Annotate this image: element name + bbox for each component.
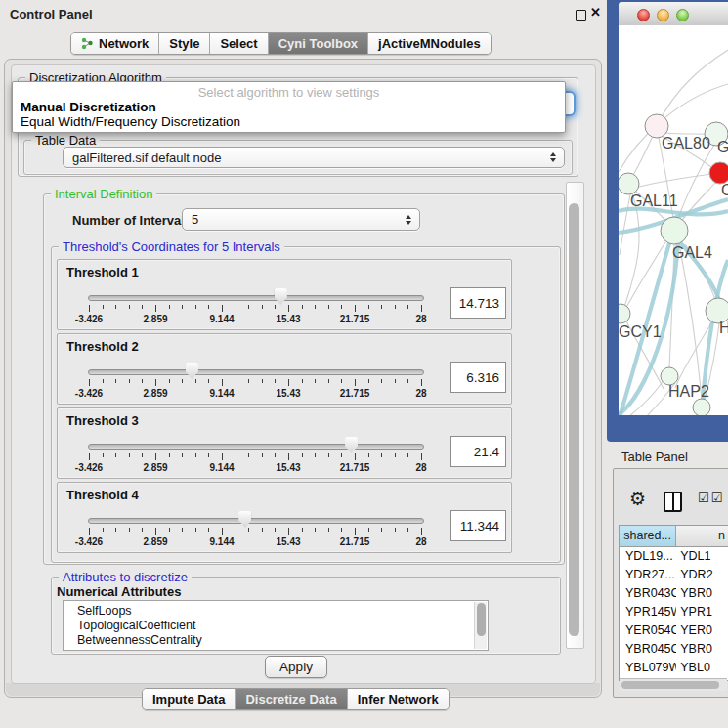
slider-tick	[421, 528, 422, 535]
threshold-value-field[interactable]: 11.344	[450, 510, 506, 541]
slider-track[interactable]	[88, 518, 424, 524]
slider-tick	[368, 528, 369, 532]
table-cell[interactable]: YPR1	[676, 603, 728, 621]
node-table[interactable]: shared... n YDL19...YDL1YDR27...YDR2YBR0…	[619, 525, 728, 681]
group-legend: Table Data	[31, 133, 100, 148]
slider-tick	[169, 379, 170, 383]
number-of-intervals-combobox[interactable]: 5	[182, 208, 420, 231]
network-node-label: C	[721, 182, 728, 198]
slider-tick	[302, 453, 303, 457]
number-of-intervals-label: Number of Intervals	[72, 213, 192, 228]
list-scrollbar-thumb[interactable]	[477, 603, 486, 636]
slider-tick	[89, 379, 90, 386]
slider-tick	[328, 453, 329, 457]
slider-tick-label: -3.426	[75, 462, 103, 473]
table-cell[interactable]: YER054C	[620, 621, 676, 640]
numerical-attributes-list[interactable]: SelfLoopsTopologicalCoefficientBetweenne…	[63, 600, 489, 651]
tab-discretize-data[interactable]: Discretize Data	[236, 689, 347, 709]
slider-tick	[368, 379, 369, 383]
threshold-value-field[interactable]: 6.316	[450, 362, 506, 393]
pane-scrollbar[interactable]	[566, 182, 584, 649]
close-traffic-light-icon[interactable]	[637, 9, 650, 21]
slider-tick	[407, 305, 408, 309]
slider-thumb[interactable]	[238, 511, 251, 528]
tab-style[interactable]: Style	[159, 33, 210, 54]
slider-tick	[115, 528, 116, 532]
table-cell[interactable]: YDR27...	[620, 566, 676, 584]
table-data-combobox[interactable]: galFiltered.sif default node	[63, 147, 565, 168]
slider-track[interactable]	[88, 444, 424, 450]
bottom-tab-bar: Impute Data Discretize Data Infer Networ…	[142, 688, 450, 710]
slider-tick-label: 28	[415, 462, 426, 473]
slider-tick	[195, 453, 196, 457]
table-row[interactable]: YBR045CYBR0	[620, 640, 728, 659]
table-row[interactable]: YBR043CYBR0	[620, 584, 728, 603]
list-scrollbar[interactable]	[474, 602, 487, 649]
dropdown-item-manual-discretization[interactable]: Manual Discretization	[21, 100, 156, 114]
thresholds-container: Threshold 1-3.4262.8599.14415.4321.71528…	[57, 259, 510, 557]
slider-tick	[275, 528, 276, 532]
tab-select[interactable]: Select	[210, 33, 268, 54]
network-node-label: GA	[717, 139, 728, 155]
zoom-traffic-light-icon[interactable]	[676, 9, 689, 21]
table-cell[interactable]: YBL0	[676, 659, 728, 677]
table-hscrollbar[interactable]	[620, 678, 727, 691]
slider-tick-label: 9.144	[209, 314, 234, 324]
column-header-name[interactable]: n	[676, 526, 728, 546]
attribute-list-item[interactable]: BetweennessCentrality	[64, 633, 488, 648]
tab-jactivemnodules[interactable]: jActiveMNodules	[368, 33, 491, 54]
threshold-group: Threshold 2-3.4262.8599.14415.4321.71528…	[57, 333, 512, 405]
slider-tick	[381, 305, 382, 309]
slider-tick	[421, 305, 422, 312]
slider-tick	[155, 379, 156, 386]
table-row[interactable]: YDL19...YDL1	[620, 547, 728, 566]
close-icon[interactable]: ✕	[590, 5, 601, 20]
minimize-traffic-light-icon[interactable]	[657, 9, 669, 21]
table-hscrollbar-thumb[interactable]	[621, 681, 719, 689]
tab-infer-network[interactable]: Infer Network	[348, 689, 449, 709]
table-cell[interactable]: YBL079W	[620, 659, 676, 677]
network-view-canvas[interactable]: GAL80 GA C GAL11 GAL4 GCY1 H HAP2	[619, 25, 728, 415]
tab-impute-data[interactable]: Impute Data	[143, 689, 236, 709]
table-cell[interactable]: YBR0	[676, 584, 728, 603]
slider-tick	[302, 528, 303, 532]
table-cell[interactable]: YDL1	[676, 547, 728, 566]
table-cell[interactable]: YDR2	[676, 566, 728, 584]
attribute-list-item[interactable]: TopologicalCoefficient	[64, 619, 488, 633]
table-row[interactable]: YPR145WYPR1	[620, 603, 728, 621]
apply-button[interactable]: Apply	[265, 656, 327, 678]
slider-tick	[302, 379, 303, 383]
threshold-value-field[interactable]: 21.4	[450, 436, 506, 467]
table-row[interactable]: YDR27...YDR2	[620, 566, 728, 584]
column-header-shared[interactable]: shared...	[620, 526, 676, 546]
float-window-icon[interactable]	[576, 10, 586, 21]
table-cell[interactable]: YPR145W	[620, 603, 676, 621]
pane-scrollbar-thumb[interactable]	[569, 203, 579, 636]
dropdown-item-equal-width-frequency[interactable]: Equal Width/Frequency Discretization	[21, 114, 240, 129]
tab-cyni-toolbox[interactable]: Cyni Toolbox	[269, 33, 368, 54]
table-cell[interactable]: YBR045C	[620, 640, 676, 659]
slider-track[interactable]	[88, 295, 424, 301]
table-cell[interactable]: YER0	[676, 621, 728, 640]
table-cell[interactable]: YBR043C	[620, 584, 676, 603]
table-cell[interactable]: YBR0	[676, 640, 728, 659]
attribute-list-item[interactable]: SelfLoops	[64, 604, 488, 619]
slider-tick	[395, 305, 396, 309]
slider-tick	[208, 379, 209, 383]
slider-track[interactable]	[88, 369, 424, 375]
table-row[interactable]: YBL079WYBL0	[620, 659, 728, 677]
tab-network[interactable]: Network	[71, 33, 159, 54]
split-columns-icon[interactable]	[664, 492, 682, 512]
slider-tick	[262, 528, 263, 532]
table-row[interactable]: YER054CYER0	[620, 621, 728, 640]
gear-icon[interactable]: ⚙	[629, 488, 646, 510]
table-header-row: shared... n	[620, 526, 728, 547]
slider-thumb[interactable]	[186, 363, 198, 379]
slider-tick	[275, 379, 276, 383]
table-cell[interactable]: YDL19...	[620, 547, 676, 566]
threshold-value-field[interactable]: 14.713	[450, 287, 506, 319]
checkbox-icons[interactable]: ☑☑	[698, 491, 724, 505]
slider-thumb[interactable]	[345, 437, 358, 453]
slider-thumb[interactable]	[275, 288, 287, 305]
slider-tick	[275, 305, 276, 309]
